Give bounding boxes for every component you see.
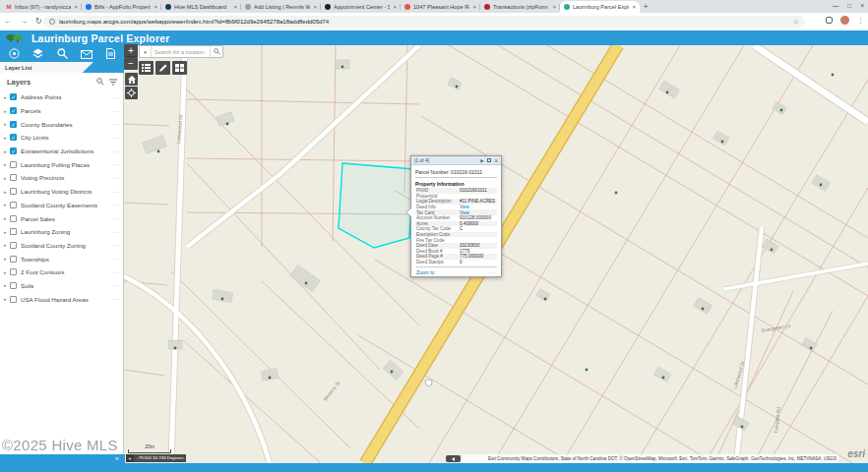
layer-checkbox[interactable] [10,256,17,263]
layer-label: Voting Precincts [21,174,113,181]
layer-checkbox[interactable]: ✓ [10,134,17,141]
layer-checkbox[interactable] [10,268,17,275]
layers-widget-button[interactable] [32,48,44,60]
layer-menu-icon[interactable]: ··· [113,94,121,100]
layer-menu-icon[interactable]: ··· [113,215,121,221]
layer-menu-icon[interactable]: ··· [113,242,121,248]
zoom-to-link[interactable]: Zoom to [416,269,490,275]
coordinate-crosshair-icon[interactable]: + [126,454,134,462]
popup-maximize-icon[interactable] [487,158,492,163]
layer-menu-icon[interactable]: ··· [113,256,121,262]
attribute-table-button[interactable] [172,61,187,75]
tab-close-icon[interactable]: × [233,4,237,10]
browser-tab[interactable]: Bills - AppFolio Property Manu...× [82,1,161,13]
print-widget-button[interactable] [104,48,116,60]
search-input[interactable] [152,46,210,57]
selected-parcel-highlight[interactable] [339,163,413,248]
layer-label: Scotland County Zoning [21,242,113,249]
tab-title: Hive MLS Dashboard [174,4,230,10]
tab-close-icon[interactable]: × [632,4,636,10]
popup-close-icon[interactable]: × [494,157,498,164]
layer-menu-icon[interactable]: ··· [113,202,121,207]
layer-row: ▸2 Foot Contours··· [0,266,124,279]
layer-checkbox[interactable] [10,282,17,289]
profile-avatar[interactable] [840,16,849,25]
layer-menu-icon[interactable]: ··· [113,121,121,127]
minimize-window-icon[interactable]: — [833,1,839,11]
layer-menu-icon[interactable]: ··· [113,269,121,275]
layer-menu-icon[interactable]: ··· [113,229,121,235]
layer-menu-icon[interactable]: ··· [113,161,121,167]
tab-close-icon[interactable]: × [154,4,157,10]
popup-more-icon[interactable]: ··· [490,269,497,275]
draw-tool-button[interactable] [155,61,170,75]
extensions-icon[interactable] [826,17,833,24]
tab-close-icon[interactable]: × [393,4,397,10]
tab-close-icon[interactable]: × [74,4,78,10]
legend-widget-button[interactable] [8,48,20,60]
search-submit-button[interactable] [210,46,222,57]
search-widget-button[interactable] [56,48,68,60]
panel-title-bar[interactable]: Layer List [0,62,124,73]
layer-row: ▸Laurinburg Zoning··· [0,225,124,239]
layer-label: Laurinburg Polling Places [21,161,113,168]
browser-tab[interactable]: Appointment Center - Staff - U...× [321,1,401,13]
browser-tab[interactable]: MInbox (97) - randymccarty@g...× [2,1,82,13]
back-icon[interactable]: ← [4,16,12,27]
tab-close-icon[interactable]: × [313,4,317,10]
coordinate-widget[interactable]: + -79.500 34.743 Degrees [126,454,186,462]
search-source-dropdown[interactable]: ▾ [140,46,152,57]
zoom-out-button[interactable]: − [124,57,138,70]
attribution-toggle[interactable] [446,455,461,462]
popup-next-icon[interactable]: ▶ [480,157,483,164]
browser-tab[interactable]: Hive MLS Dashboard× [161,1,241,13]
field-value-link[interactable]: View [460,205,496,209]
layer-menu-icon[interactable]: ··· [113,189,121,195]
bookmark-star-icon[interactable]: ☆ [793,18,799,26]
layer-checkbox[interactable] [10,215,17,222]
layer-checkbox[interactable] [10,202,17,208]
site-info-icon[interactable] [49,19,55,25]
maximize-window-icon[interactable]: □ [847,1,851,11]
zoom-in-button[interactable]: + [124,44,138,57]
layer-checkbox[interactable] [10,228,17,235]
locate-button[interactable] [125,87,138,99]
layer-checkbox[interactable] [10,174,17,181]
layer-menu-icon[interactable]: ··· [113,175,121,181]
layer-menu-icon[interactable]: ··· [113,108,121,114]
layer-checkbox[interactable] [10,242,17,249]
reload-icon[interactable]: ↻ [35,16,42,27]
field-value-link[interactable]: View [460,210,496,215]
legend-tool-button[interactable] [139,61,154,75]
browser-tab[interactable]: 1047 Pleasant Hope Rd, Farm...× [401,1,480,13]
layer-checkbox[interactable]: ✓ [10,148,17,154]
layer-search-icon[interactable] [96,78,104,86]
browser-tab-strip: MInbox (97) - randymccarty@g...×Bills - … [0,0,868,13]
browser-menu-icon[interactable]: ⋮ [857,17,864,25]
layer-checkbox[interactable] [10,161,17,168]
browser-tab[interactable]: Add Listing | Revmls Web× [241,1,321,13]
close-window-icon[interactable]: × [860,1,864,11]
layer-menu-icon[interactable]: ··· [113,282,121,288]
legend-icon [9,45,20,63]
tab-title: Transactions (zipForm Edition)... [493,4,549,10]
address-bar[interactable]: laurinburg.maps.arcgis.com/apps/webappvi… [43,16,805,28]
forward-icon[interactable]: → [20,16,28,27]
share-widget-button[interactable] [81,48,93,60]
browser-tab[interactable]: Transactions (zipForm Edition)...× [480,1,560,13]
layer-menu-icon[interactable]: ··· [113,148,121,154]
new-tab-button[interactable]: + [640,1,651,13]
layer-filter-icon[interactable] [109,79,117,86]
layer-menu-icon[interactable]: ··· [113,296,121,302]
layer-menu-icon[interactable]: ··· [113,135,121,141]
layer-checkbox[interactable]: ✓ [10,107,17,114]
layer-checkbox[interactable]: ✓ [10,121,17,128]
tab-close-icon[interactable]: × [472,4,476,10]
layer-checkbox[interactable]: ✓ [10,93,17,100]
browser-tab[interactable]: Laurinburg Parcel Explorer× [560,1,640,13]
panel-collapse-icon[interactable]: « [115,454,119,463]
layer-checkbox[interactable] [10,296,17,303]
layer-checkbox[interactable] [10,188,17,195]
home-button[interactable] [125,73,138,86]
tab-close-icon[interactable]: × [552,4,556,10]
